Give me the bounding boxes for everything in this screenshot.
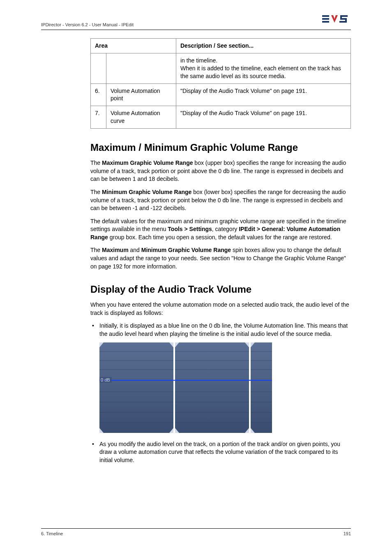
table-cell-label: Volume Automation point — [106, 83, 176, 106]
area-description-table: Area Description / See section... in the… — [90, 38, 351, 129]
desc-line: When it is added to the timeline, each e… — [180, 65, 341, 79]
table-cell-desc: "Display of the Audio Track Volume" on p… — [176, 106, 351, 129]
paragraph: The Maximum Graphic Volume Range box (up… — [90, 159, 351, 183]
table-row: in the timeline. When it is added to the… — [91, 53, 351, 83]
table-cell-label: Volume Automation curve — [106, 106, 176, 129]
text: The — [90, 160, 102, 166]
table-cell-desc: in the timeline. When it is added to the… — [176, 53, 351, 83]
svg-rect-1 — [322, 18, 329, 20]
table-cell-num — [91, 53, 106, 83]
table-row: 7. Volume Automation curve "Display of t… — [91, 106, 351, 129]
text: group box. Each time you open a session,… — [108, 234, 332, 240]
footer-divider — [41, 528, 351, 529]
footer-page-number: 191 — [344, 531, 351, 536]
text-bold: Maximum Graphic Volume Range — [102, 160, 193, 166]
audio-track-screenshot: 0 dB — [99, 342, 351, 435]
text-bold: Maximum — [102, 247, 129, 253]
evs-logo-icon — [322, 14, 351, 25]
section-heading: Display of the Audio Track Volume — [90, 284, 351, 295]
paragraph: The default values for the maximum and m… — [90, 217, 351, 242]
list-item: Initially, it is displayed as a blue lin… — [90, 322, 351, 338]
text-bold: Tools > Settings — [168, 226, 212, 232]
svg-rect-2 — [322, 21, 329, 23]
header-text: IPDirector - Version 6.2 - User Manual -… — [41, 22, 134, 27]
paragraph: When you have entered the volume automat… — [90, 301, 351, 317]
text-bold: Minimum Graphic Volume Range — [102, 189, 191, 195]
table-header-area: Area — [91, 39, 176, 53]
desc-line: in the timeline. — [180, 57, 217, 64]
text: and — [129, 247, 141, 253]
svg-rect-0 — [322, 15, 329, 17]
table-row: 6. Volume Automation point "Display of t… — [91, 83, 351, 106]
table-cell-num: 6. — [91, 83, 106, 106]
text: The — [90, 247, 102, 253]
table-cell-label — [106, 53, 176, 83]
footer-chapter: 6. Timeline — [41, 531, 63, 536]
svg-rect-5 — [251, 342, 272, 433]
paragraph: The Minimum Graphic Volume Range box (lo… — [90, 188, 351, 213]
table-cell-desc: "Display of the Audio Track Volume" on p… — [176, 83, 351, 106]
text: , category — [212, 226, 239, 232]
paragraph: The Maximum and Minimum Graphic Volume R… — [90, 246, 351, 271]
svg-rect-4 — [175, 342, 249, 433]
svg-rect-3 — [99, 342, 173, 433]
list-item: As you modify the audio level on the tra… — [90, 440, 351, 465]
table-header-desc: Description / See section... — [176, 39, 351, 53]
text: The — [90, 189, 102, 195]
header-divider — [41, 30, 351, 30]
text-bold: Minimum Graphic Volume Range — [141, 247, 231, 253]
section-heading: Maximum / Minimum Graphic Volume Range — [90, 142, 351, 153]
zero-db-label: 0 dB — [101, 377, 110, 382]
table-cell-num: 7. — [91, 106, 106, 129]
